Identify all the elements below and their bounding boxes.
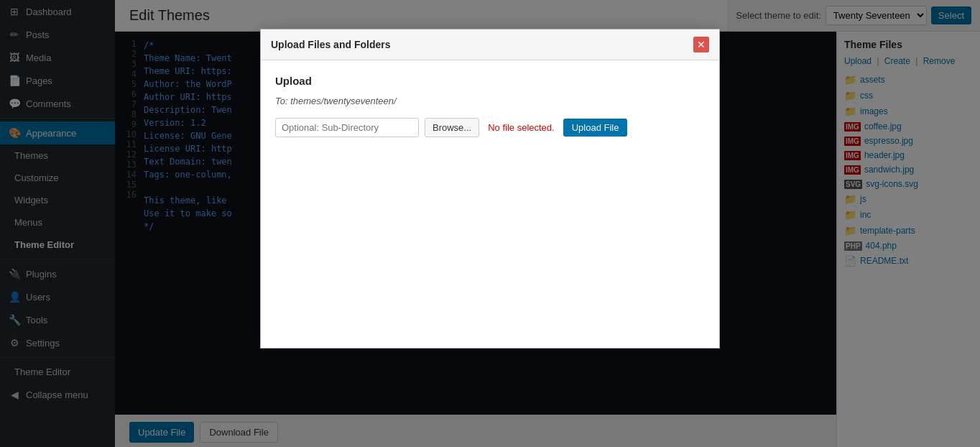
no-file-text: No file selected. (488, 122, 555, 133)
browse-button[interactable]: Browse... (425, 118, 479, 137)
modal-titlebar: Upload Files and Folders ✕ (261, 29, 719, 60)
subdir-input[interactable] (275, 118, 419, 137)
upload-modal: Upload Files and Folders ✕ Upload To: th… (260, 29, 720, 349)
modal-title: Upload Files and Folders (271, 39, 390, 50)
modal-body: Upload To: themes/twentyseventeen/ Brows… (261, 60, 719, 348)
upload-file-button[interactable]: Upload File (563, 119, 628, 137)
modal-section-title: Upload (275, 75, 705, 87)
modal-upload-row: Browse... No file selected. Upload File (275, 118, 705, 137)
modal-overlay: Upload Files and Folders ✕ Upload To: th… (0, 0, 980, 447)
modal-close-button[interactable]: ✕ (693, 37, 709, 52)
modal-destination: To: themes/twentyseventeen/ (275, 96, 705, 106)
